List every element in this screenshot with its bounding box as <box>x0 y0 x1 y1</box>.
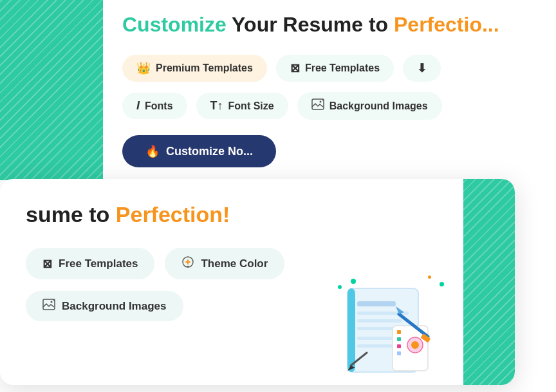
download-chip[interactable]: ⬇ <box>403 55 441 82</box>
italic-icon: I <box>136 99 140 113</box>
heading-customize: Customize <box>122 13 227 36</box>
font-size-icon: T↑ <box>210 99 223 113</box>
font-size-chip[interactable]: T↑ Font Size <box>196 93 288 119</box>
svg-rect-14 <box>397 330 401 334</box>
svg-point-19 <box>411 341 419 349</box>
heading-sume: sume to <box>26 202 109 227</box>
bottom-heading: sume to Perfection! <box>26 202 489 227</box>
bg-images-label-top: Background Images <box>329 100 428 112</box>
fonts-chip[interactable]: I Fonts <box>122 93 187 119</box>
top-heading: Customize Your Resume to Perfectio... <box>122 13 537 37</box>
svg-rect-12 <box>348 288 355 372</box>
crown-icon: 👑 <box>136 61 151 75</box>
svg-rect-16 <box>397 344 401 348</box>
svg-rect-6 <box>357 301 396 306</box>
free-templates-chip[interactable]: ⊠ Free Templates <box>276 55 394 82</box>
image-icon-top <box>311 98 324 113</box>
svg-rect-10 <box>357 337 393 340</box>
svg-rect-3 <box>43 299 55 310</box>
dot-4 <box>440 282 444 286</box>
free-templates-label: Free Templates <box>305 62 380 74</box>
resume-illustration <box>335 275 450 378</box>
heading-perfection: Perfectio... <box>388 13 499 36</box>
bg-images-chip-bottom[interactable]: Background Images <box>26 291 183 321</box>
theme-color-label: Theme Color <box>201 257 268 270</box>
top-card-content: Customize Your Resume to Perfectio... 👑 … <box>103 0 556 180</box>
top-chips-row-1: 👑 Premium Templates ⊠ Free Templates ⬇ <box>122 55 537 82</box>
dot-2 <box>338 285 342 289</box>
theme-color-icon <box>181 256 194 272</box>
svg-rect-0 <box>312 99 324 109</box>
bg-images-chip-top[interactable]: Background Images <box>297 92 442 120</box>
svg-point-4 <box>51 301 53 303</box>
bottom-chips-row-1: ⊠ Free Templates Theme Color <box>26 248 489 279</box>
top-card-bg-green <box>0 0 103 180</box>
resume-svg <box>335 275 450 378</box>
fonts-label: Fonts <box>145 100 173 112</box>
cta-label: Customize No... <box>166 145 253 158</box>
stripe-pattern <box>0 0 103 180</box>
image-icon-bottom <box>42 299 55 313</box>
bottom-card: sume to Perfection! ⊠ Free Templates The… <box>0 179 515 385</box>
bg-images-label-bottom: Background Images <box>62 300 167 313</box>
svg-point-2 <box>187 266 189 267</box>
svg-rect-8 <box>357 319 402 322</box>
theme-color-chip[interactable]: Theme Color <box>165 248 284 279</box>
svg-rect-15 <box>397 337 401 341</box>
dot-1 <box>351 279 356 284</box>
heading-perfection-bottom: Perfection! <box>109 202 230 227</box>
grid-icon: ⊠ <box>290 61 300 75</box>
download-icon: ⬇ <box>417 61 427 75</box>
free-templates-chip-bottom[interactable]: ⊠ Free Templates <box>26 248 154 279</box>
svg-point-1 <box>319 101 321 103</box>
premium-templates-label: Premium Templates <box>156 62 253 74</box>
top-card: Customize Your Resume to Perfectio... 👑 … <box>0 0 556 180</box>
grid-icon-bottom: ⊠ <box>42 257 52 271</box>
heading-middle: Your Resume to <box>227 13 388 36</box>
svg-rect-17 <box>397 351 401 355</box>
font-size-label: Font Size <box>228 100 274 112</box>
free-templates-label-bottom: Free Templates <box>59 257 138 270</box>
fire-icon: 🔥 <box>145 144 160 158</box>
customize-now-button[interactable]: 🔥 Customize No... <box>122 135 276 167</box>
dot-3 <box>428 275 431 279</box>
premium-templates-chip[interactable]: 👑 Premium Templates <box>122 55 267 82</box>
top-chips-row-2: I Fonts T↑ Font Size Background Ima <box>122 92 537 120</box>
